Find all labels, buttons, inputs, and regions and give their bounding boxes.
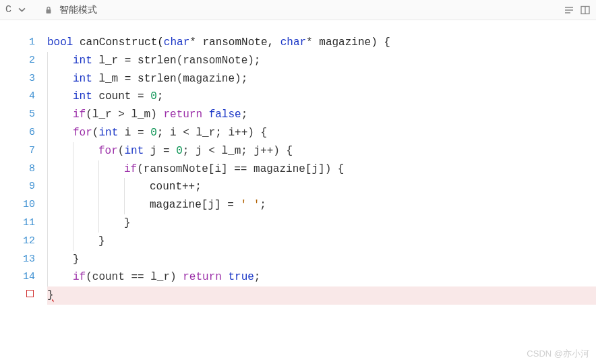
- code-line[interactable]: if(l_r > l_m) return false;: [47, 106, 596, 124]
- code-editor[interactable]: 1 2 3 4 5 6 7 8 9 10 11 12 13 14 bool ca…: [0, 20, 596, 364]
- code-line[interactable]: for(int j = 0; j < l_m; j++) {: [47, 142, 596, 160]
- list-icon[interactable]: [564, 5, 574, 16]
- code-line[interactable]: }: [47, 214, 596, 233]
- line-number: 6: [0, 124, 35, 142]
- line-number: 5: [0, 106, 35, 124]
- lock-icon: [44, 6, 53, 14]
- watermark: CSDN @亦小河: [527, 348, 589, 360]
- code-line[interactable]: int l_m = strlen(magazine);: [47, 70, 596, 88]
- code-line[interactable]: count++;: [47, 178, 596, 196]
- line-number: 1: [0, 34, 35, 52]
- error-square-icon: [26, 290, 34, 297]
- chevron-down-icon[interactable]: [18, 6, 26, 13]
- svg-rect-0: [47, 9, 51, 13]
- line-number: 3: [0, 70, 35, 88]
- language-letter[interactable]: C: [5, 4, 11, 16]
- line-number: 11: [0, 214, 35, 233]
- line-number: 14: [0, 268, 35, 286]
- code-line[interactable]: }: [47, 251, 596, 269]
- code-line[interactable]: int l_r = strlen(ransomNote);: [47, 52, 596, 70]
- line-number-gutter: 1 2 3 4 5 6 7 8 9 10 11 12 13 14: [0, 34, 47, 364]
- error-brace: }: [47, 289, 54, 301]
- line-number: 4: [0, 88, 35, 106]
- code-line[interactable]: int count = 0;: [47, 88, 596, 106]
- code-line[interactable]: }: [47, 233, 596, 251]
- line-number: 8: [0, 160, 35, 179]
- panel-icon[interactable]: [580, 5, 591, 16]
- code-line[interactable]: if(count == l_r) return true;: [47, 268, 596, 286]
- line-number: 10: [0, 196, 35, 214]
- code-area[interactable]: bool canConstruct(char* ransomNote, char…: [47, 34, 596, 364]
- line-number: 2: [0, 52, 35, 70]
- line-number: 9: [0, 178, 35, 196]
- code-line[interactable]: for(int i = 0; i < l_r; i++) {: [47, 124, 596, 142]
- error-marker-row: [0, 286, 35, 305]
- line-number: 7: [0, 142, 35, 160]
- code-line[interactable]: if(ransomNote[i] == magazine[j]) {: [47, 160, 596, 179]
- code-line[interactable]: magazine[j] = ' ';: [47, 196, 596, 214]
- mode-label: 智能模式: [59, 4, 97, 16]
- line-number: 13: [0, 251, 35, 269]
- code-line-error[interactable]: }: [47, 286, 596, 305]
- toolbar-left: C 智能模式: [5, 4, 97, 16]
- code-line[interactable]: bool canConstruct(char* ransomNote, char…: [47, 34, 596, 52]
- toolbar: C 智能模式: [0, 0, 596, 20]
- line-number: 12: [0, 233, 35, 251]
